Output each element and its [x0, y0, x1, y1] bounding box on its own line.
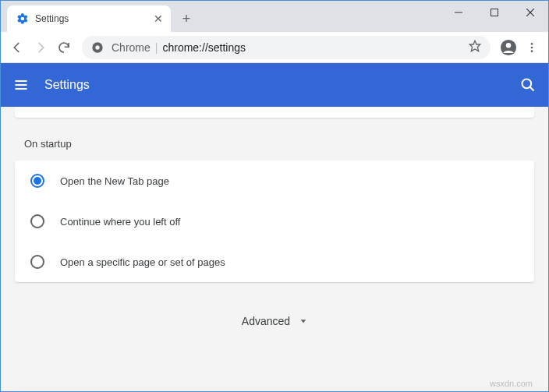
section-title: On startup — [24, 138, 526, 150]
previous-section-card — [15, 107, 534, 118]
option-label: Continue where you left off — [60, 216, 180, 228]
option-label: Open a specific page or set of pages — [60, 256, 225, 268]
svg-point-5 — [95, 45, 99, 49]
title-bar: Settings ✕ + — [1, 1, 548, 32]
window-controls — [441, 1, 548, 24]
svg-marker-6 — [469, 41, 480, 51]
search-icon[interactable] — [520, 77, 536, 93]
svg-point-11 — [531, 50, 533, 52]
back-button[interactable] — [5, 36, 29, 59]
window-minimize-button[interactable] — [441, 1, 476, 24]
radio-unselected-icon — [30, 255, 44, 269]
forward-button[interactable] — [29, 36, 52, 59]
svg-line-16 — [530, 87, 534, 91]
radio-unselected-icon — [30, 214, 44, 228]
chrome-icon — [91, 41, 104, 54]
omnibox-separator: | — [155, 41, 158, 54]
watermark: wsxdn.com — [490, 379, 533, 388]
svg-point-10 — [531, 46, 533, 48]
window-maximize-button[interactable] — [476, 1, 512, 24]
page-title: Settings — [44, 78, 520, 92]
browser-menu-icon[interactable] — [520, 36, 544, 59]
hamburger-menu-icon[interactable] — [13, 77, 29, 93]
settings-header: Settings — [1, 63, 548, 107]
svg-marker-17 — [301, 320, 306, 323]
reload-button[interactable] — [52, 36, 76, 59]
startup-options-card: Open the New Tab page Continue where you… — [15, 161, 534, 282]
browser-toolbar: Chrome | chrome://settings — [1, 32, 548, 63]
settings-gear-icon — [16, 12, 29, 25]
radio-selected-icon — [30, 174, 44, 188]
window-close-button[interactable] — [512, 1, 548, 24]
svg-rect-1 — [491, 9, 498, 16]
settings-content: On startup Open the New Tab page Continu… — [1, 107, 548, 391]
address-bar[interactable]: Chrome | chrome://settings — [82, 36, 491, 59]
tab-title: Settings — [35, 13, 69, 24]
new-tab-button[interactable]: + — [175, 8, 197, 30]
option-label: Open the New Tab page — [60, 175, 169, 187]
startup-option-continue[interactable]: Continue where you left off — [15, 201, 534, 242]
omnibox-source: Chrome — [112, 41, 151, 54]
tab-close-icon[interactable]: ✕ — [154, 12, 163, 25]
omnibox-url: chrome://settings — [162, 41, 246, 54]
svg-point-8 — [506, 43, 511, 48]
startup-option-specific-pages[interactable]: Open a specific page or set of pages — [15, 242, 534, 282]
advanced-toggle[interactable]: Advanced — [23, 315, 526, 327]
account-icon[interactable] — [497, 36, 520, 59]
chevron-down-icon — [299, 315, 307, 327]
svg-point-15 — [522, 79, 532, 89]
startup-option-new-tab[interactable]: Open the New Tab page — [15, 161, 534, 201]
browser-tab[interactable]: Settings ✕ — [7, 5, 171, 32]
bookmark-star-icon[interactable] — [469, 40, 481, 55]
advanced-label: Advanced — [242, 315, 290, 327]
svg-point-9 — [531, 43, 533, 45]
